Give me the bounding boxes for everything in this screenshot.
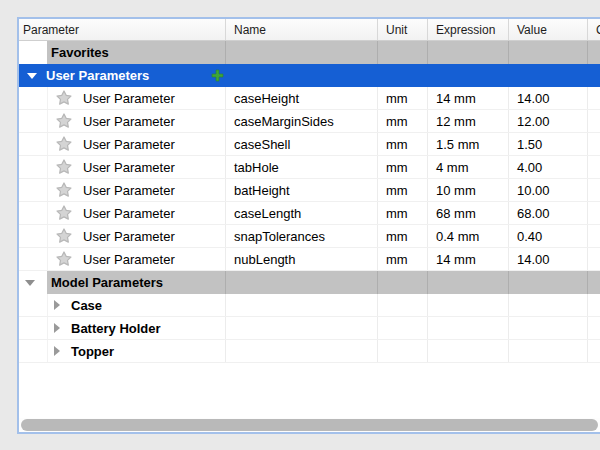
user-parameter-row[interactable]: User Parameter nubLength mm 14 mm 14.00 [19,248,600,271]
parameter-name: caseHeight [234,91,299,106]
user-parameter-row[interactable]: User Parameter snapTolerances mm 0.4 mm … [19,225,600,248]
favorite-star-icon[interactable] [55,227,73,245]
parameter-cell: User Parameter [19,110,225,132]
column-header-expression[interactable]: Expression [427,19,508,40]
comment-cell[interactable] [587,156,600,178]
name-cell[interactable]: caseHeight [225,87,377,109]
add-user-parameter-button[interactable] [211,69,224,82]
parameter-cell: User Parameter [19,156,225,178]
favorite-star-icon[interactable] [55,158,73,176]
favorite-star-icon[interactable] [55,135,73,153]
value-cell: 12.00 [508,110,587,132]
comment-cell[interactable] [587,179,600,201]
parameter-unit: mm [386,137,408,152]
expression-cell[interactable]: 68 mm [427,202,508,224]
column-header-label: Parameter [23,23,79,37]
disclosure-collapsed-icon[interactable] [54,300,60,310]
model-subgroup-row[interactable]: Case [19,294,600,317]
user-parameter-row[interactable]: User Parameter tabHole mm 4 mm 4.00 [19,156,600,179]
parameter-name: snapTolerances [234,229,325,244]
tree-indent [19,294,48,316]
parameter-unit: mm [386,91,408,106]
parameter-unit: mm [386,229,408,244]
name-cell[interactable]: caseMarginSides [225,110,377,132]
parameter-type-label: User Parameter [83,206,175,221]
model-parameters-group-label: Model Parameters [51,275,163,290]
expression-cell[interactable]: 12 mm [427,110,508,132]
expression-cell[interactable]: 4 mm [427,156,508,178]
model-subgroup-row[interactable]: Battery Holder [19,317,600,340]
parameter-unit: mm [386,252,408,267]
expression-cell[interactable]: 10 mm [427,179,508,201]
group-row-user-parameters[interactable]: User Parameters [19,64,600,87]
disclosure-expanded-icon[interactable] [25,280,35,286]
parameter-type-label: User Parameter [83,114,175,129]
parameter-type-label: User Parameter [83,229,175,244]
model-subgroup-label: Topper [71,344,114,359]
tree-indent [19,110,48,132]
name-cell[interactable]: caseLength [225,202,377,224]
name-cell[interactable]: batHeight [225,179,377,201]
disclosure-gutter [19,271,47,294]
model-subgroup-row[interactable]: Topper [19,340,600,363]
parameter-cell: User Parameter [19,179,225,201]
group-label-cell: Favorites [47,41,225,64]
column-header-comments[interactable]: Comments [587,19,600,40]
disclosure-expanded-icon[interactable] [27,73,37,79]
name-cell[interactable]: tabHole [225,156,377,178]
disclosure-collapsed-icon[interactable] [54,323,60,333]
unit-cell: mm [377,248,427,270]
name-cell[interactable]: nubLength [225,248,377,270]
comment-cell[interactable] [587,202,600,224]
comment-cell[interactable] [587,133,600,155]
tree-indent [19,156,48,178]
favorite-star-icon[interactable] [55,89,73,107]
group-row-favorites[interactable]: Favorites [19,41,600,64]
unit-cell: mm [377,110,427,132]
comment-cell[interactable] [587,87,600,109]
name-cell[interactable]: caseShell [225,133,377,155]
group-row-model-parameters[interactable]: Model Parameters [19,271,600,294]
user-parameter-row[interactable]: User Parameter caseMarginSides mm 12 mm … [19,110,600,133]
comment-cell[interactable] [587,225,600,247]
comment-cell[interactable] [587,110,600,132]
user-parameter-row[interactable]: User Parameter batHeight mm 10 mm 10.00 [19,179,600,202]
parameter-unit: mm [386,206,408,221]
parameter-name: caseMarginSides [234,114,334,129]
value-cell: 14.00 [508,87,587,109]
disclosure-gutter [19,41,47,64]
expression-cell[interactable]: 14 mm [427,87,508,109]
column-header-label: Comments [596,23,600,37]
parameter-name: caseLength [234,206,301,221]
value-cell: 0.40 [508,225,587,247]
horizontal-scrollbar[interactable] [19,418,600,432]
favorite-star-icon[interactable] [55,181,73,199]
column-header-parameter[interactable]: Parameter [19,19,225,40]
expression-cell[interactable]: 0.4 mm [427,225,508,247]
model-subgroup-label: Case [71,298,102,313]
user-parameter-row[interactable]: User Parameter caseLength mm 68 mm 68.00 [19,202,600,225]
column-header-name[interactable]: Name [225,19,377,40]
favorite-star-icon[interactable] [55,112,73,130]
tree-indent [19,87,48,109]
scrollbar-thumb[interactable] [21,419,598,431]
column-header-value[interactable]: Value [508,19,587,40]
unit-cell: mm [377,179,427,201]
name-cell[interactable]: snapTolerances [225,225,377,247]
user-parameter-row[interactable]: User Parameter caseShell mm 1.5 mm 1.50 [19,133,600,156]
expression-cell[interactable]: 14 mm [427,248,508,270]
user-parameter-row[interactable]: User Parameter caseHeight mm 14 mm 14.00 [19,87,600,110]
parameter-value: 14.00 [517,252,550,267]
parameter-type-label: User Parameter [83,252,175,267]
favorite-star-icon[interactable] [55,250,73,268]
parameter-cell: User Parameter [19,225,225,247]
comment-cell[interactable] [587,248,600,270]
column-header-unit[interactable]: Unit [377,19,427,40]
expression-cell[interactable]: 1.5 mm [427,133,508,155]
disclosure-collapsed-icon[interactable] [54,346,60,356]
parameter-type-label: User Parameter [83,91,175,106]
parameter-unit: mm [386,114,408,129]
column-header-label: Value [517,23,547,37]
favorite-star-icon[interactable] [55,204,73,222]
table-header: Parameter Name Unit Expression Value Com… [19,19,600,41]
